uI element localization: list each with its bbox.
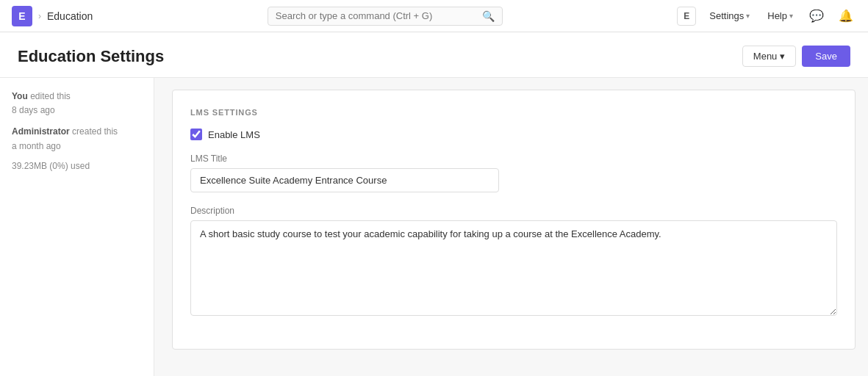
help-label: Help bbox=[767, 10, 787, 21]
storage-info: 39.23MB (0%) used bbox=[12, 161, 142, 171]
edited-meta: You edited this 8 days ago bbox=[12, 90, 142, 118]
page-header: Education Settings Menu ▾ Save bbox=[0, 32, 868, 78]
bell-icon[interactable]: 🔔 bbox=[836, 6, 856, 26]
topnav-right: E Settings ▾ Help ▾ 💬 🔔 bbox=[677, 6, 856, 26]
notifications-icon[interactable]: 💬 bbox=[806, 6, 827, 26]
help-arrow-icon: ▾ bbox=[789, 12, 793, 20]
page-title: Education Settings bbox=[18, 47, 164, 66]
enable-lms-row: Enable LMS bbox=[190, 129, 837, 140]
edited-time: 8 days ago bbox=[12, 105, 55, 115]
lms-title-input[interactable] bbox=[190, 168, 499, 192]
brand-letter: E bbox=[18, 10, 25, 22]
description-textarea[interactable] bbox=[190, 220, 837, 316]
menu-arrow-icon: ▾ bbox=[780, 51, 785, 62]
help-button[interactable]: Help ▾ bbox=[763, 7, 797, 24]
description-group: Description bbox=[190, 206, 837, 318]
settings-arrow-icon: ▾ bbox=[746, 12, 750, 20]
settings-label: Settings bbox=[709, 10, 744, 21]
created-time: a month ago bbox=[12, 141, 61, 151]
main-content: LMS SETTINGS Enable LMS LMS Title Descri… bbox=[154, 78, 868, 376]
header-actions: Menu ▾ Save bbox=[742, 46, 850, 67]
created-meta: Administrator created this a month ago bbox=[12, 125, 142, 153]
workspace-badge: E bbox=[677, 7, 696, 26]
created-text: created this bbox=[72, 126, 118, 137]
brand-logo: E bbox=[12, 6, 32, 26]
edited-by: You bbox=[12, 91, 28, 101]
edited-text: edited this bbox=[30, 91, 71, 101]
lms-title-group: LMS Title bbox=[190, 153, 837, 192]
section-label: LMS SETTINGS bbox=[190, 108, 837, 117]
breadcrumb-title: Education bbox=[47, 10, 93, 22]
sidebar: You edited this 8 days ago Administrator… bbox=[0, 78, 154, 376]
search-icon: 🔍 bbox=[482, 10, 495, 22]
menu-label: Menu bbox=[753, 51, 778, 62]
search-container: 🔍 bbox=[98, 7, 671, 26]
search-box[interactable]: 🔍 bbox=[268, 7, 503, 26]
breadcrumb-chevron: › bbox=[38, 11, 41, 21]
save-button[interactable]: Save bbox=[802, 46, 850, 67]
enable-lms-label[interactable]: Enable LMS bbox=[208, 129, 260, 140]
settings-card: LMS SETTINGS Enable LMS LMS Title Descri… bbox=[172, 90, 856, 350]
menu-button[interactable]: Menu ▾ bbox=[742, 46, 797, 67]
layout: You edited this 8 days ago Administrator… bbox=[0, 78, 868, 376]
settings-button[interactable]: Settings ▾ bbox=[705, 7, 754, 24]
lms-title-label: LMS Title bbox=[190, 153, 837, 164]
enable-lms-checkbox[interactable] bbox=[190, 129, 202, 140]
created-by: Administrator bbox=[12, 126, 70, 137]
description-label: Description bbox=[190, 206, 837, 216]
search-input[interactable] bbox=[276, 10, 476, 21]
workspace-letter: E bbox=[684, 11, 689, 21]
topnav: E › Education 🔍 E Settings ▾ Help ▾ 💬 🔔 bbox=[0, 0, 868, 32]
